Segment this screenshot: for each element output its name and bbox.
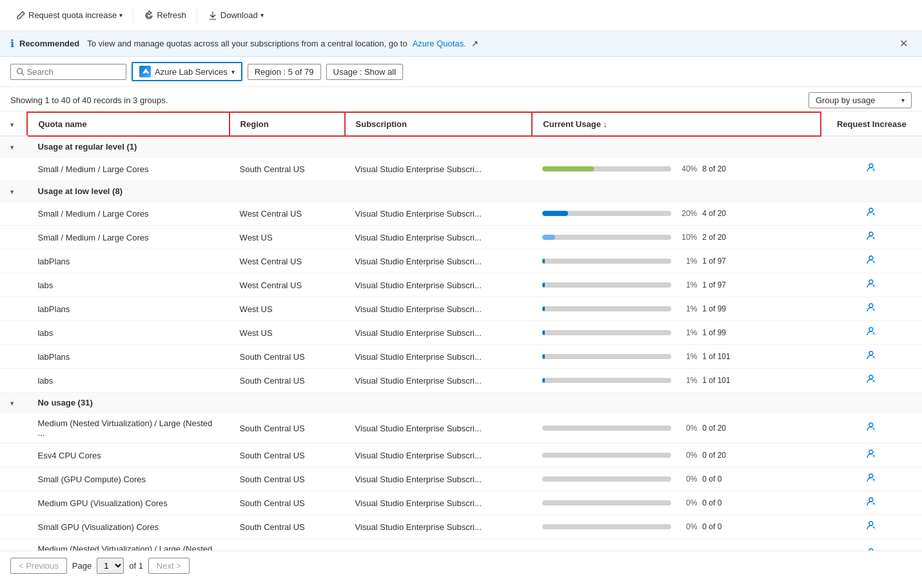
progress-bar-fill [542,211,568,216]
group-row-regular: ▾ Usage at regular level (1) [0,136,922,157]
request-increase-icon[interactable] [866,256,876,267]
group-expand-cell[interactable]: ▾ [0,181,27,202]
subscription-header-label: Subscription [356,119,407,129]
svg-point-2 [869,164,873,168]
page-label: Page [72,561,92,571]
progress-pct: 0% [676,424,697,433]
row-expand-cell [0,273,27,297]
prev-page-btn[interactable]: < Previous [10,558,67,574]
group-expand-cell[interactable]: ▾ [0,136,27,157]
svg-point-0 [17,68,23,74]
search-icon [16,67,25,76]
group-expand-cell[interactable]: ▾ [0,393,27,413]
request-increase-icon[interactable] [866,423,876,434]
region-cell: West Central US [230,250,345,273]
request-quota-label: Request quota increase [28,10,117,20]
quota-name-cell: Small (GPU Compute) Cores [27,467,229,491]
table-row: Medium (Nested Virtualization) / Large (… [0,413,922,444]
refresh-btn[interactable]: Refresh [139,8,191,23]
download-btn[interactable]: Download ▾ [202,8,269,23]
row-expand-cell [0,413,27,444]
quota-name-value: labs [37,376,53,386]
group-by-selector[interactable]: Group by usage ▾ [809,92,912,108]
usage-bar-container: 0% 0 of 20 [542,424,810,433]
table-container: ▾ Quota name Region Subscription Current… [0,111,922,551]
refresh-icon [144,10,154,21]
svg-point-8 [869,256,873,260]
subscription-value: Visual Studio Enterprise Subscri... [355,328,482,338]
usage-count: 1 of 101 [702,352,741,361]
search-box[interactable] [10,64,126,80]
request-increase-cell [821,369,922,393]
info-bar: ℹ Recommended To view and manage quotas … [0,31,922,57]
svg-point-18 [869,375,873,379]
request-increase-icon[interactable] [866,328,876,338]
usage-filter[interactable]: Usage : Show all [326,64,404,80]
region-cell: West Central US [230,539,345,551]
edit-icon [15,10,26,21]
request-increase-cell [821,413,922,444]
subscription-cell: Visual Studio Enterprise Subscri... [345,226,533,250]
request-increase-icon[interactable] [866,498,876,509]
search-input[interactable] [27,67,121,77]
request-increase-icon[interactable] [866,351,876,362]
request-increase-icon[interactable] [866,375,876,386]
quota-name-cell: Small / Medium / Large Cores [27,157,229,181]
quota-name-cell: Small GPU (Visualization) Cores [27,515,229,539]
usage-cell: 40% 8 of 20 [532,157,820,181]
request-increase-icon[interactable] [866,522,876,533]
request-increase-icon[interactable] [866,164,876,175]
subscription-cell: Visual Studio Enterprise Subscri... [345,539,533,551]
person-icon [866,422,876,432]
subscription-value: Visual Studio Enterprise Subscri... [355,352,482,362]
row-expand-cell [0,157,27,181]
request-quota-btn[interactable]: Request quota increase ▾ [10,8,128,23]
svg-point-10 [869,280,873,284]
of-label: of 1 [129,561,143,571]
col-region-header[interactable]: Region [230,112,345,136]
info-bar-close-btn[interactable]: ✕ [896,36,912,51]
progress-bar-bg [542,211,671,216]
request-increase-icon[interactable] [866,549,876,551]
summary-text: Showing 1 to 40 of 40 records in 3 group… [10,95,168,105]
subscription-cell: Visual Studio Enterprise Subscri... [345,444,533,467]
person-icon [866,350,876,360]
progress-bar-bg [542,476,671,482]
usage-count: 8 of 20 [702,164,741,173]
azure-quotas-link[interactable]: Azure Quotas. [413,39,466,48]
col-expand-header[interactable]: ▾ [0,112,27,136]
col-usage-header[interactable]: Current Usage ↓ [532,112,820,136]
group-chevron: ▾ [10,188,14,195]
region-cell: West US [230,321,345,345]
subscription-value: Visual Studio Enterprise Subscri... [355,257,482,266]
request-increase-icon[interactable] [866,232,876,243]
progress-bar-bg [542,259,671,264]
quota-name-value: labs [37,328,53,338]
request-increase-icon[interactable] [866,450,876,461]
next-page-btn[interactable]: Next > [148,558,190,574]
summary-bar: Showing 1 to 40 of 40 records in 3 group… [0,87,922,111]
request-increase-icon[interactable] [866,208,876,219]
request-increase-icon[interactable] [866,474,876,485]
subscription-cell: Visual Studio Enterprise Subscri... [345,321,533,345]
person-icon [866,231,876,241]
col-subscription-header[interactable]: Subscription [345,112,533,136]
page-number-select[interactable]: 1 [97,558,124,574]
svg-point-6 [869,232,873,236]
svg-point-16 [869,351,873,355]
quota-name-cell: Esv4 CPU Cores [27,444,229,467]
col-quota-header[interactable]: Quota name [27,112,229,136]
region-value: West Central US [240,549,302,551]
request-increase-icon[interactable] [866,304,876,315]
progress-bar-fill [542,235,555,240]
region-value: South Central US [240,451,305,460]
request-increase-icon[interactable] [866,280,876,291]
person-icon [866,302,876,313]
row-expand-cell [0,369,27,393]
region-filter[interactable]: Region : 5 of 79 [248,64,321,80]
service-selector[interactable]: Azure Lab Services ▾ [132,62,242,81]
pagination: < Previous Page 1 of 1 Next > [0,551,922,580]
quota-name-value: Small / Medium / Large Cores [37,209,148,219]
expand-all-chevron: ▾ [10,121,14,128]
quota-name-value: Medium (Nested Virtualization) / Large (… [37,418,212,438]
